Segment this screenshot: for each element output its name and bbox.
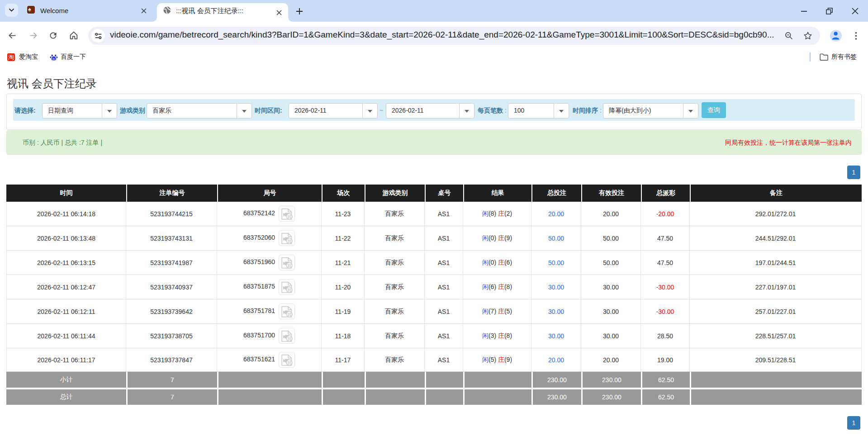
svg-text:du: du — [52, 57, 56, 60]
